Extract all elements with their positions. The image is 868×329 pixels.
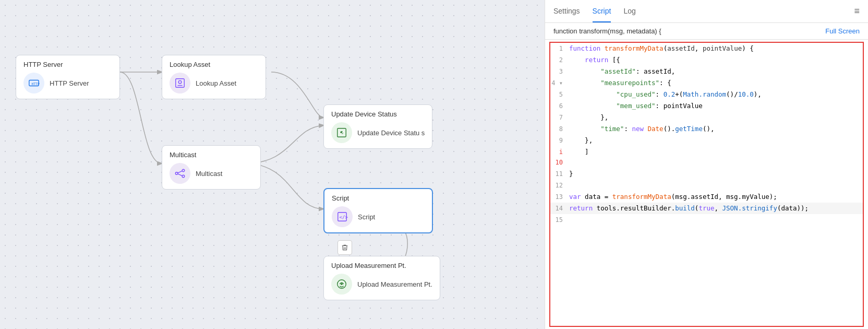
multicast-icon bbox=[170, 163, 190, 184]
code-line-4: 4 ▾ "measurepoints": { bbox=[550, 77, 863, 89]
script-node[interactable]: Script </> Script bbox=[323, 188, 433, 233]
code-line-8: 8 "time": new Date().getTime(), bbox=[550, 123, 863, 135]
code-line-14: 14 return tools.resultBuilder.build(true… bbox=[550, 203, 863, 214]
http-server-label: HTTP Server bbox=[50, 79, 89, 87]
http-server-icon: HTTP bbox=[23, 73, 44, 93]
svg-rect-2 bbox=[176, 79, 185, 88]
tab-settings[interactable]: Settings bbox=[553, 1, 580, 22]
svg-point-6 bbox=[182, 169, 185, 172]
code-line-6: 6 "mem_used": pointValue bbox=[550, 100, 863, 112]
script-label: Script bbox=[358, 213, 375, 221]
multicast-title: Multicast bbox=[170, 151, 253, 159]
code-line-9: 9 }, bbox=[550, 135, 863, 146]
http-server-title: HTTP Server bbox=[23, 61, 112, 68]
upload-measurement-icon bbox=[331, 274, 352, 295]
update-device-status-label: Update Device Statu s bbox=[357, 129, 425, 137]
upload-measurement-label: Upload Measurement Pt. bbox=[357, 280, 432, 288]
lookup-asset-icon bbox=[170, 73, 190, 93]
code-line-5: 5 "cpu_used": 0.2+(Math.random()/10.0), bbox=[550, 89, 863, 100]
panel-menu-icon[interactable]: ≡ bbox=[854, 6, 860, 17]
code-line-12: 12 bbox=[550, 180, 863, 191]
svg-text:HTTP: HTTP bbox=[31, 82, 40, 86]
code-line-1: 1 function transformMyData(assetId, poin… bbox=[550, 43, 863, 54]
update-device-status-title: Update Device Status bbox=[331, 110, 425, 118]
svg-point-5 bbox=[175, 172, 178, 175]
svg-line-9 bbox=[178, 174, 182, 176]
code-header-text: function transform(msg, metadata) { bbox=[553, 27, 661, 35]
connectors-svg bbox=[0, 0, 545, 329]
multicast-node[interactable]: Multicast Multicast bbox=[162, 145, 261, 190]
code-line-13: 13 var data = transformMyData(msg.assetI… bbox=[550, 191, 863, 203]
lookup-asset-title: Lookup Asset bbox=[170, 61, 258, 68]
delete-button[interactable] bbox=[337, 240, 352, 255]
script-icon: </> bbox=[332, 206, 353, 227]
svg-point-15 bbox=[341, 283, 343, 285]
fullscreen-button[interactable]: Full Screen bbox=[825, 27, 860, 35]
svg-line-8 bbox=[178, 171, 182, 173]
upload-measurement-node[interactable]: Upload Measurement Pt. Upload Measuremen… bbox=[323, 256, 440, 300]
update-device-status-icon bbox=[331, 122, 352, 143]
tab-script[interactable]: Script bbox=[593, 1, 611, 22]
panel-tabs: Settings Script Log ≡ bbox=[545, 0, 868, 23]
script-title: Script bbox=[332, 194, 425, 202]
code-editor[interactable]: 1 function transformMyData(assetId, poin… bbox=[549, 42, 864, 327]
code-line-15: 15 bbox=[550, 214, 863, 226]
upload-measurement-title: Upload Measurement Pt. bbox=[331, 262, 432, 269]
code-header: function transform(msg, metadata) { Full… bbox=[545, 23, 868, 40]
svg-point-7 bbox=[182, 175, 185, 178]
svg-text:</>: </> bbox=[340, 214, 348, 220]
http-server-node[interactable]: HTTP Server HTTP HTTP Server bbox=[16, 55, 120, 99]
multicast-label: Multicast bbox=[196, 170, 222, 178]
lookup-asset-label: Lookup Asset bbox=[196, 79, 236, 87]
flow-canvas[interactable]: HTTP Server HTTP HTTP Server Lookup Asse… bbox=[0, 0, 545, 329]
update-device-status-node[interactable]: Update Device Status Update Device Statu… bbox=[323, 104, 432, 149]
tab-log[interactable]: Log bbox=[623, 1, 635, 22]
code-line-10: i 10 ] bbox=[550, 146, 863, 168]
lookup-asset-node[interactable]: Lookup Asset Lookup Asset bbox=[162, 55, 266, 99]
code-line-11: 11 } bbox=[550, 168, 863, 180]
code-line-3: 3 "assetId": assetId, bbox=[550, 66, 863, 77]
code-line-2: 2 return [{ bbox=[550, 54, 863, 66]
svg-point-3 bbox=[178, 80, 182, 84]
code-line-7: 7 }, bbox=[550, 112, 863, 123]
right-panel: Settings Script Log ≡ function transform… bbox=[545, 0, 868, 329]
